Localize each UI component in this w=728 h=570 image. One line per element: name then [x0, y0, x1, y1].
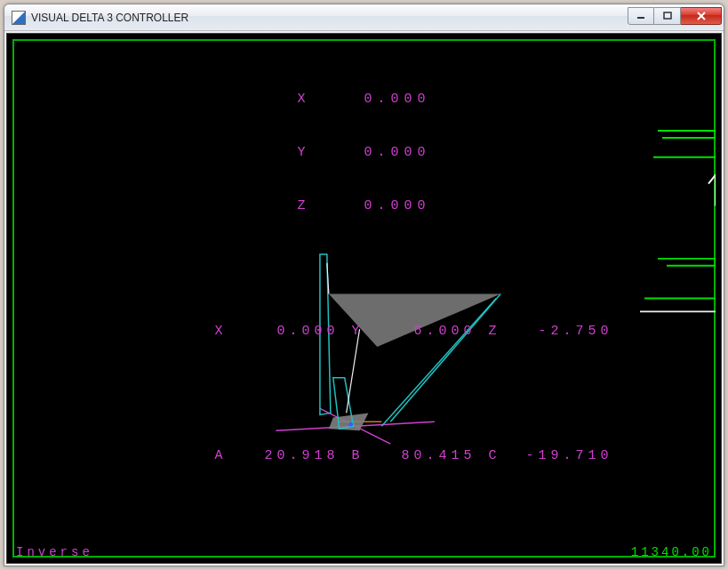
window-controls	[628, 7, 722, 25]
bottom-b-label: B	[351, 448, 364, 463]
bottom-c-value: -19.710	[526, 448, 613, 463]
counter-value: 11340.00	[631, 545, 712, 559]
titlebar[interactable]: VISUAL DELTA 3 CONTROLLER	[4, 4, 724, 31]
minimize-button[interactable]	[628, 7, 654, 25]
bottom-x-label: X	[214, 324, 227, 339]
mode-label: Inverse	[16, 545, 93, 559]
app-icon	[12, 11, 26, 25]
close-button[interactable]	[681, 7, 722, 25]
status-bar: Inverse 11340.00	[16, 545, 712, 559]
bottom-x-value: 0.000	[276, 324, 339, 339]
bottom-y-label: Y	[351, 324, 364, 339]
bottom-a-value: 20.918	[264, 448, 339, 463]
bottom-z-label: Z	[489, 324, 501, 339]
bottom-a-label: A	[214, 448, 227, 463]
bottom-c-label: C	[489, 448, 501, 463]
maximize-icon	[663, 12, 672, 20]
maximize-button[interactable]	[654, 7, 681, 25]
window-title: VISUAL DELTA 3 CONTROLLER	[31, 12, 628, 24]
application-window: VISUAL DELTA 3 CONTROLLER X 0.000 Y 0.00…	[4, 4, 724, 566]
close-icon	[696, 12, 707, 20]
bottom-z-value: -2.750	[539, 324, 613, 339]
bottom-coordinate-readout: X 0.000 Y 6.000 Z -2.750 A 20.918 B 80.4…	[7, 245, 721, 543]
minimize-icon	[636, 12, 645, 20]
viewport-client[interactable]: X 0.000 Y 0.000 Z 0.000	[6, 33, 722, 564]
bottom-b-value: 80.415	[402, 448, 476, 463]
svg-rect-1	[664, 12, 671, 19]
bottom-y-value: 6.000	[414, 324, 476, 339]
